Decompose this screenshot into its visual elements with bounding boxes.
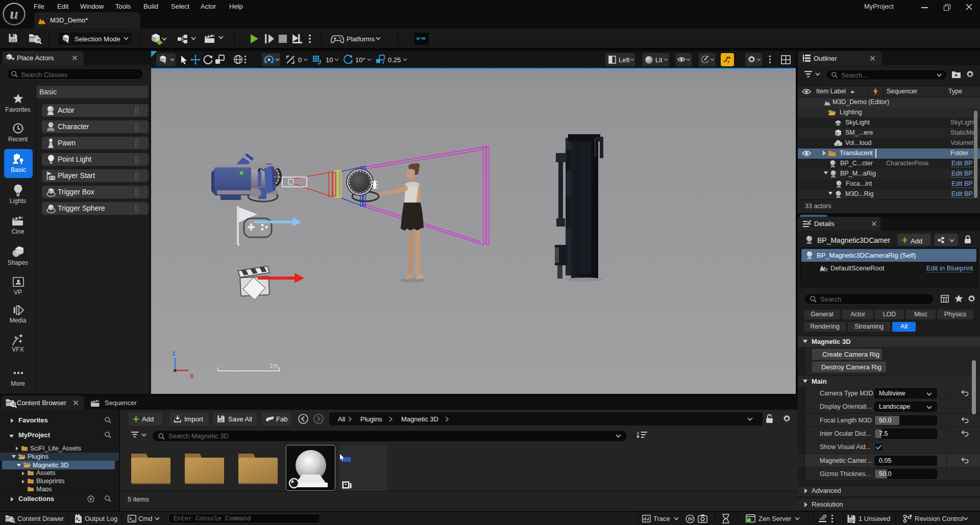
svg-text:u: u bbox=[10, 5, 18, 22]
svg-text:z: z bbox=[172, 349, 176, 357]
svg-text:x: x bbox=[190, 371, 194, 380]
svg-text:1m: 1m bbox=[270, 362, 278, 369]
